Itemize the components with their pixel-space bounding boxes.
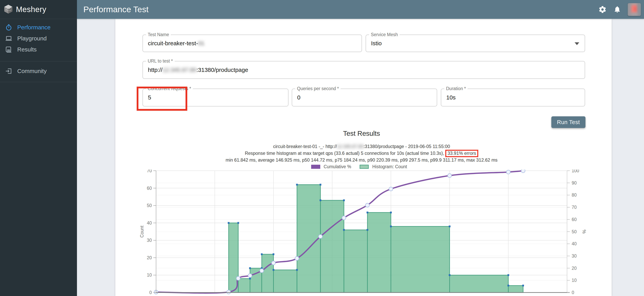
service-mesh-select[interactable]: Service Mesh Istio <box>366 35 585 52</box>
svg-text:80: 80 <box>572 193 577 198</box>
svg-text:20: 20 <box>572 266 577 271</box>
settings-gear-icon[interactable] <box>598 5 607 14</box>
chevron-down-icon <box>574 42 579 45</box>
sidebar-item-label: Community <box>17 68 47 74</box>
sidebar-item-results[interactable]: Results <box>0 44 77 55</box>
svg-text:0: 0 <box>572 290 574 295</box>
test-results-title: Test Results <box>156 129 567 137</box>
svg-text:100: 100 <box>572 170 579 173</box>
sidebar-item-label: Results <box>17 46 37 53</box>
app-logo-row[interactable]: Meshery <box>0 0 77 19</box>
svg-text:40: 40 <box>147 220 152 225</box>
test-name-field[interactable]: Test Name circuit-breaker-test-01 <box>142 35 362 52</box>
svg-text:10: 10 <box>572 278 577 283</box>
laptop-icon <box>5 35 13 42</box>
test-name-value: circuit-breaker-test-01 <box>148 35 204 52</box>
duration-field[interactable]: Duration * 10s <box>441 89 585 106</box>
svg-text:Count: Count <box>140 225 144 238</box>
histogram-legend-label: Histogram: Count <box>372 164 407 169</box>
queries-per-second-field[interactable]: Queries per second * 0 <box>292 89 437 106</box>
summary-line-1: circuit-breaker-test-01 -_- http://12.34… <box>156 143 567 150</box>
sidebar-item-playground[interactable]: Playground <box>0 33 77 44</box>
image-chart-icon <box>5 46 13 53</box>
cumulative-legend-swatch <box>311 165 320 169</box>
svg-text:30: 30 <box>572 253 577 258</box>
chart-legend: Cumulative % Histogram: Count <box>156 164 567 169</box>
sidebar-divider <box>0 82 77 82</box>
queries-per-second-value: 0 <box>297 89 300 106</box>
sidebar-item-label: Playground <box>17 35 47 42</box>
svg-text:40: 40 <box>572 241 577 246</box>
app-header: Performance Test <box>77 0 644 19</box>
sidebar-item-community[interactable]: Community <box>0 61 77 81</box>
svg-text:10: 10 <box>147 272 152 277</box>
response-time-histogram-chart: 0102030405060700102030405060708090100Cou… <box>136 170 591 296</box>
sidebar-item-performance[interactable]: Performance <box>0 22 77 33</box>
svg-text:30: 30 <box>147 238 152 243</box>
notifications-bell-icon[interactable] <box>613 5 622 14</box>
red-annotation-box-errors: 33.91% errors <box>445 150 478 157</box>
duration-value: 10s <box>446 89 456 106</box>
redacted-ip: 12.345.67.89 <box>162 67 196 73</box>
page-title: Performance Test <box>83 5 148 14</box>
user-avatar[interactable] <box>628 3 641 16</box>
svg-text:20: 20 <box>147 255 152 260</box>
summary-line-2: Response time histogram at max target qp… <box>156 150 567 157</box>
svg-text:50: 50 <box>147 203 152 208</box>
redacted-ip: 12.345.67.89 <box>337 144 364 149</box>
cumulative-legend-label: Cumulative % <box>324 164 351 169</box>
app-name: Meshery <box>16 5 46 14</box>
timer-icon <box>5 24 13 31</box>
exit-to-app-icon <box>5 68 13 75</box>
concurrent-requests-value: 5 <box>148 89 151 106</box>
concurrent-requests-field[interactable]: Concurrent requests * 5 <box>142 89 288 106</box>
svg-text:70: 70 <box>147 170 152 173</box>
svg-text:60: 60 <box>572 217 577 222</box>
test-results-section: Test Results <box>156 129 567 137</box>
svg-text:50: 50 <box>572 229 577 234</box>
service-mesh-value: Istio <box>371 35 382 52</box>
svg-text:%: % <box>582 230 586 233</box>
redacted-text: 01 <box>198 40 204 47</box>
url-value: http://12.345.67.89:31380/productpage <box>148 61 248 78</box>
url-to-test-field[interactable]: URL to test * http://12.345.67.89:31380/… <box>142 61 585 79</box>
svg-text:70: 70 <box>572 205 577 210</box>
test-results-summary: circuit-breaker-test-01 -_- http://12.34… <box>156 143 567 164</box>
svg-text:90: 90 <box>572 181 577 186</box>
performance-test-card: Test Name circuit-breaker-test-01 Servic… <box>115 19 612 296</box>
sidebar: Meshery Performance Playground <box>0 0 77 296</box>
concurrent-requests-label: Concurrent requests * <box>146 86 193 91</box>
svg-text:60: 60 <box>147 186 152 191</box>
chart-canvas: 0102030405060700102030405060708090100Cou… <box>136 170 591 296</box>
summary-line-3: min 61.842 ms, average 146.925 ms, p50 1… <box>156 157 567 164</box>
run-test-button[interactable]: Run Test <box>551 116 586 128</box>
sidebar-item-label: Performance <box>17 24 50 31</box>
histogram-legend-swatch <box>360 165 369 169</box>
svg-text:0: 0 <box>149 290 152 295</box>
meshery-cube-logo-icon <box>4 4 13 15</box>
queries-per-second-label: Queries per second * <box>295 86 340 91</box>
